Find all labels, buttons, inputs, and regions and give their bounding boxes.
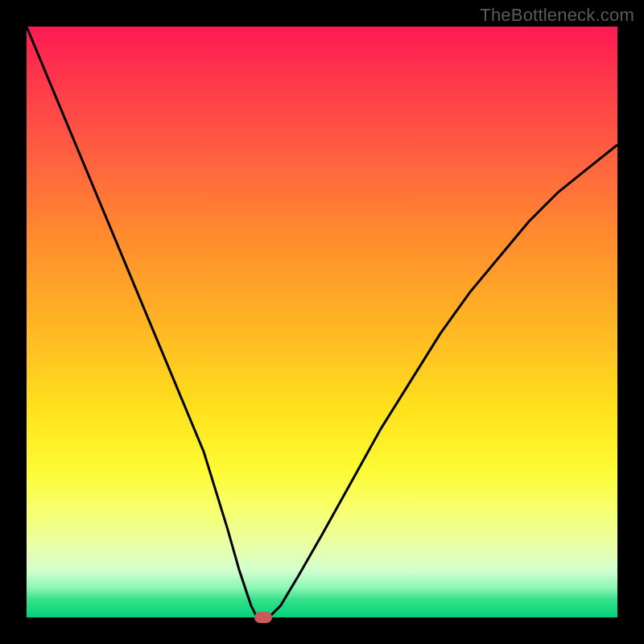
watermark-text: TheBottleneck.com [480, 5, 634, 26]
chart-frame: TheBottleneck.com [0, 0, 644, 644]
bottleneck-curve-svg [27, 27, 617, 617]
plot-area [27, 27, 617, 617]
optimal-point-marker [254, 612, 272, 623]
bottleneck-curve-path [27, 27, 617, 617]
